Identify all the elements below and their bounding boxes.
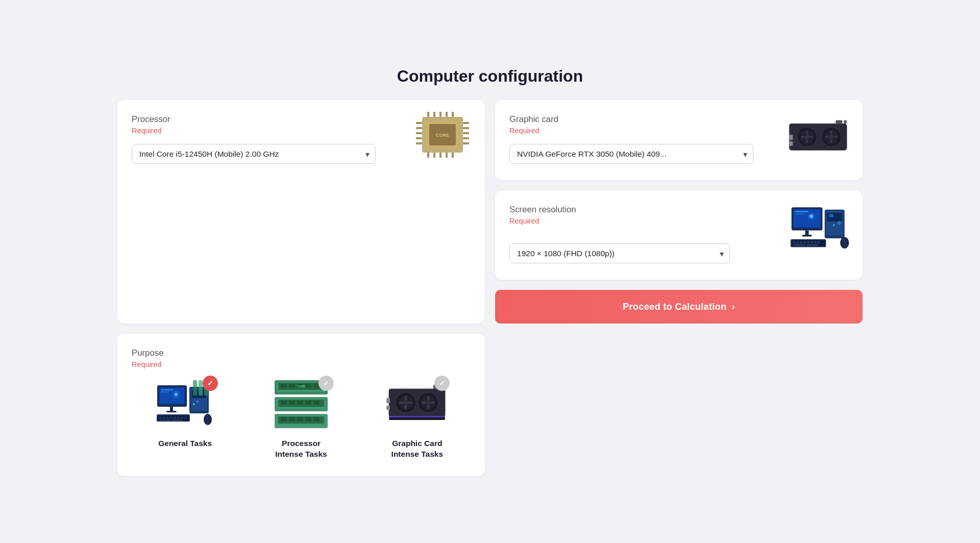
svg-rect-58 xyxy=(811,241,813,243)
general-tasks-label: General Tasks xyxy=(158,438,212,449)
svg-rect-88 xyxy=(184,417,187,418)
svg-rect-78 xyxy=(166,411,177,412)
svg-rect-13 xyxy=(463,142,469,144)
screen-resolution-select[interactable]: 1920 × 1080 (FHD (1080p)) 2560 × 1440 (Q… xyxy=(509,243,730,263)
svg-rect-55 xyxy=(800,241,802,243)
svg-rect-109 xyxy=(289,401,295,405)
proceed-button-label: Proceed to Calculation xyxy=(623,301,726,312)
graphic-tasks-label: Graphic Card Intense Tasks xyxy=(391,438,443,460)
right-column: Graphic card Required NVIDIA GeForce RTX… xyxy=(495,100,863,324)
svg-rect-130 xyxy=(386,406,390,410)
processor-tasks-check: ✓ xyxy=(318,376,334,391)
processor-tasks-icon-wrap: CORE xyxy=(271,378,332,431)
svg-rect-14 xyxy=(427,112,429,117)
svg-rect-9 xyxy=(463,122,469,124)
svg-rect-120 xyxy=(313,417,320,422)
svg-point-125 xyxy=(404,401,408,405)
svg-rect-99 xyxy=(281,384,287,388)
svg-rect-117 xyxy=(289,417,295,422)
svg-rect-119 xyxy=(305,417,311,422)
svg-rect-20 xyxy=(433,153,435,158)
svg-point-28 xyxy=(805,135,810,139)
screen-resolution-image xyxy=(787,200,853,251)
svg-rect-112 xyxy=(313,401,320,405)
svg-rect-73 xyxy=(161,389,173,390)
svg-rect-81 xyxy=(159,417,162,418)
processor-select[interactable]: Intel Core i5-12450H (Mobile) 2.00 GHz I… xyxy=(132,144,376,164)
svg-rect-94 xyxy=(199,380,203,396)
svg-rect-49 xyxy=(805,230,809,235)
svg-rect-89 xyxy=(159,419,170,421)
svg-point-128 xyxy=(426,401,430,405)
page-container: Computer configuration CORE xyxy=(117,67,863,476)
svg-point-68 xyxy=(196,400,199,403)
svg-point-41 xyxy=(833,224,835,226)
svg-rect-83 xyxy=(166,417,169,418)
svg-rect-23 xyxy=(452,153,454,158)
purpose-option-graphic[interactable]: ✓ Graphic Card Intense Tasks xyxy=(364,378,471,460)
svg-rect-111 xyxy=(305,401,311,405)
svg-rect-116 xyxy=(281,417,287,422)
svg-rect-85 xyxy=(174,417,176,418)
chevron-right-icon: › xyxy=(731,301,735,312)
svg-point-31 xyxy=(829,135,834,139)
svg-rect-54 xyxy=(796,241,799,243)
svg-rect-56 xyxy=(803,241,806,243)
svg-rect-77 xyxy=(170,407,173,411)
svg-rect-32 xyxy=(789,135,793,140)
processor-image: CORE xyxy=(409,109,476,160)
svg-rect-74 xyxy=(161,391,169,392)
graphic-card-image xyxy=(787,109,853,160)
main-grid: CORE xyxy=(117,100,863,476)
svg-rect-35 xyxy=(844,120,847,124)
svg-rect-53 xyxy=(793,241,795,243)
svg-rect-45 xyxy=(795,211,808,212)
purpose-option-processor[interactable]: CORE xyxy=(248,378,354,460)
svg-rect-11 xyxy=(463,132,469,134)
svg-rect-102 xyxy=(305,384,311,388)
svg-rect-5 xyxy=(416,127,422,129)
svg-rect-7 xyxy=(416,137,422,139)
svg-point-40 xyxy=(838,221,841,225)
purpose-option-general[interactable]: ✓ General Tasks xyxy=(132,378,238,460)
svg-rect-38 xyxy=(827,213,842,221)
svg-rect-39 xyxy=(829,214,834,217)
graphic-tasks-icon-wrap: ✓ xyxy=(386,378,448,431)
svg-rect-61 xyxy=(793,244,805,245)
svg-rect-10 xyxy=(463,127,469,129)
svg-rect-134 xyxy=(389,416,445,417)
svg-rect-60 xyxy=(818,241,820,243)
general-tasks-check: ✓ xyxy=(203,376,218,391)
svg-rect-100 xyxy=(289,384,295,388)
screen-resolution-select-wrapper: 1920 × 1080 (FHD (1080p)) 2560 × 1440 (Q… xyxy=(509,243,730,263)
svg-rect-12 xyxy=(463,137,469,139)
svg-rect-129 xyxy=(386,398,390,403)
svg-rect-18 xyxy=(452,112,454,117)
svg-rect-19 xyxy=(427,153,429,158)
purpose-card: Purpose Required xyxy=(117,334,485,476)
svg-rect-22 xyxy=(446,153,448,158)
svg-rect-86 xyxy=(177,417,180,418)
svg-rect-62 xyxy=(806,244,818,245)
svg-rect-87 xyxy=(181,417,183,418)
processor-tasks-label: Processor Intense Tasks xyxy=(275,438,327,460)
svg-rect-4 xyxy=(416,122,422,124)
svg-rect-6 xyxy=(416,132,422,134)
svg-point-69 xyxy=(193,403,195,405)
graphic-card-select[interactable]: NVIDIA GeForce RTX 3050 (Mobile) 409... … xyxy=(509,144,753,164)
svg-rect-90 xyxy=(172,419,183,421)
proceed-button[interactable]: Proceed to Calculation › xyxy=(495,290,863,324)
screen-resolution-card: Screen resolution Required 1920 × 1080 (… xyxy=(495,190,863,280)
svg-rect-44 xyxy=(794,210,820,228)
svg-rect-110 xyxy=(297,401,303,405)
svg-rect-93 xyxy=(193,380,197,396)
graphic-card-select-wrapper: NVIDIA GeForce RTX 3050 (Mobile) 409... … xyxy=(509,144,753,164)
purpose-required: Required xyxy=(132,360,471,368)
svg-rect-50 xyxy=(802,235,812,236)
svg-rect-46 xyxy=(795,214,804,215)
processor-card: CORE xyxy=(117,100,485,324)
svg-text:CORE: CORE xyxy=(298,385,305,388)
svg-rect-108 xyxy=(281,401,287,405)
graphic-card-card: Graphic card Required NVIDIA GeForce RTX… xyxy=(495,100,863,180)
purpose-options: ✓ General Tasks xyxy=(132,378,471,460)
